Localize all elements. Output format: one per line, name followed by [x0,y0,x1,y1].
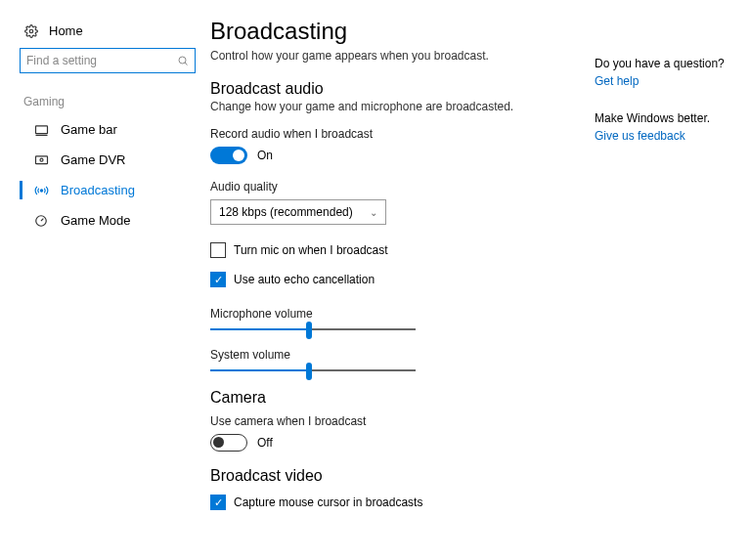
record-audio-toggle[interactable] [210,147,247,164]
turn-mic-on-label: Turn mic on when I broadcast [234,243,388,257]
capture-cursor-checkbox[interactable] [210,495,226,510]
nav-label: Game Mode [61,213,131,228]
main-content: Broadcasting Control how your game appea… [210,18,595,524]
nav-label: Broadcasting [61,183,135,197]
gauge-icon [33,214,49,228]
record-audio-label: Record audio when I broadcast [210,127,581,141]
system-volume-label: System volume [210,348,581,362]
mic-volume-slider[interactable] [210,328,416,330]
system-volume-slider[interactable] [210,369,416,371]
svg-line-9 [41,218,43,220]
use-camera-toggle[interactable] [210,434,247,452]
feedback-link[interactable]: Give us feedback [595,129,751,143]
broadcast-icon [33,184,49,197]
sidebar: Home Gaming Game bar Game DVR Broadcas [20,18,210,524]
search-input[interactable] [20,48,196,73]
nav-label: Game bar [61,122,117,137]
sidebar-item-game-dvr[interactable]: Game DVR [20,145,210,175]
nav-label: Game DVR [61,152,125,167]
audio-quality-select[interactable]: 128 kbps (recommended) ⌄ [210,199,386,225]
search-icon [177,55,189,66]
video-heading: Broadcast video [210,467,581,485]
audio-quality-label: Audio quality [210,180,581,194]
audio-desc: Change how your game and microphone are … [210,100,581,113]
svg-rect-5 [35,155,47,163]
search-field[interactable] [26,54,177,67]
svg-point-1 [179,57,186,64]
echo-cancellation-checkbox[interactable] [210,272,226,287]
home-label: Home [49,23,83,38]
svg-line-2 [185,63,188,65]
mic-volume-label: Microphone volume [210,307,581,321]
use-camera-label: Use camera when I broadcast [210,414,581,428]
gear-icon [23,24,39,38]
svg-point-0 [29,29,33,33]
right-panel: Do you have a question? Get help Make Wi… [595,18,751,524]
sidebar-item-broadcasting[interactable]: Broadcasting [20,175,210,205]
question-text: Do you have a question? [595,57,751,70]
monitor-icon [33,123,49,137]
home-link[interactable]: Home [20,18,210,48]
camera-heading: Camera [210,389,581,407]
chevron-down-icon: ⌄ [370,207,377,218]
audio-heading: Broadcast audio [210,80,581,98]
record-audio-state: On [257,149,273,162]
sidebar-item-game-bar[interactable]: Game bar [20,114,210,145]
sidebar-item-game-mode[interactable]: Game Mode [20,205,210,236]
echo-cancellation-label: Use auto echo cancellation [234,273,375,286]
svg-rect-3 [35,125,47,133]
svg-point-7 [40,189,42,191]
audio-quality-value: 128 kbps (recommended) [219,205,353,219]
get-help-link[interactable]: Get help [595,74,751,88]
dvr-icon [33,153,49,167]
section-label: Gaming [20,95,210,108]
better-text: Make Windows better. [595,111,751,125]
page-subtitle: Control how your game appears when you b… [210,49,581,63]
capture-cursor-label: Capture mouse cursor in broadcasts [234,495,422,509]
turn-mic-on-checkbox[interactable] [210,242,226,258]
use-camera-state: Off [257,436,273,450]
page-title: Broadcasting [210,18,581,45]
svg-point-6 [40,158,43,161]
